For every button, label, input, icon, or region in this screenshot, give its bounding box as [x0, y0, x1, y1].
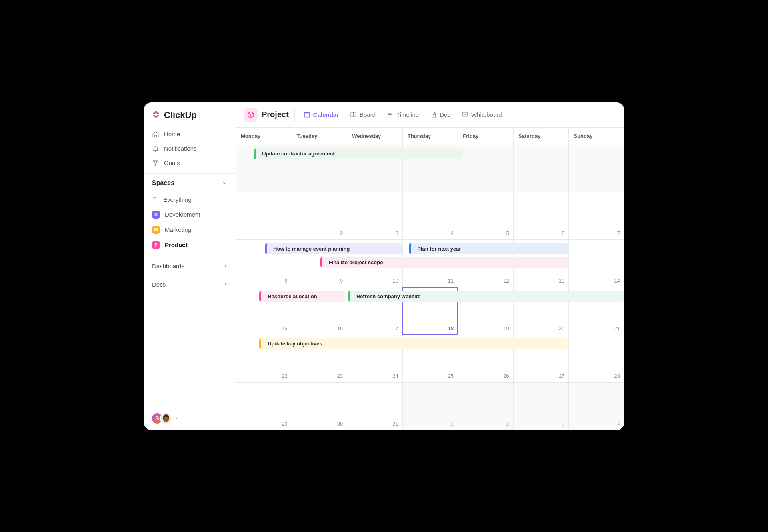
calendar-event[interactable]: Finalize project scope: [320, 257, 569, 268]
calendar-event[interactable]: Update contractor agreement: [254, 148, 463, 159]
calendar-cell[interactable]: 14: [568, 240, 624, 287]
tab-label: Timeline: [396, 111, 419, 118]
space-product[interactable]: P Product: [148, 237, 232, 253]
calendar-cell[interactable]: 29: [236, 383, 292, 430]
calendar-date: 5: [506, 230, 509, 236]
calendar-event[interactable]: How to manage event planning: [265, 243, 402, 254]
space-label: Development: [165, 211, 200, 218]
home-icon: [152, 131, 159, 138]
calendar-date: 19: [503, 325, 509, 331]
tab-whiteboard[interactable]: Whiteboard: [457, 109, 507, 120]
calendar-date: 8: [284, 278, 287, 284]
event-color-bar: [320, 257, 322, 268]
calendar-date: 11: [448, 278, 454, 284]
brand-logo[interactable]: ClickUp: [144, 102, 236, 126]
event-color-bar: [259, 338, 261, 349]
project-label: Project: [262, 110, 289, 119]
calendar-cell[interactable]: 6: [513, 192, 569, 239]
space-label: Product: [165, 241, 188, 248]
tab-board[interactable]: Board: [345, 109, 380, 120]
space-badge-m: M: [152, 226, 160, 234]
users-dropdown[interactable]: [174, 415, 178, 422]
event-label: Plan for next year: [417, 246, 461, 252]
calendar-icon: [304, 111, 310, 118]
section-label: Dashboards: [152, 263, 184, 269]
event-label: Resource allocation: [268, 293, 317, 299]
calendar-cell[interactable]: 2: [292, 192, 347, 239]
calendar-cell[interactable]: 30: [292, 383, 347, 430]
avatar-user-2[interactable]: 👨🏾: [160, 412, 172, 424]
calendar-cell[interactable]: 4: [568, 383, 624, 430]
nav-home[interactable]: Home: [148, 127, 232, 141]
calendar-date: 1: [451, 421, 454, 427]
calendar-date: 2: [340, 230, 343, 236]
brand-name: ClickUp: [164, 110, 197, 120]
nav-goals[interactable]: Goals: [148, 156, 232, 170]
main-area: Project Calendar Board Timeline Doc Whit…: [236, 102, 624, 430]
calendar-body: Update contractor agreement1234567891011…: [236, 145, 624, 430]
svg-point-2: [153, 198, 154, 199]
calendar-event[interactable]: Resource allocation: [259, 291, 345, 302]
event-label: Finalize project scope: [329, 259, 383, 265]
tab-timeline[interactable]: Timeline: [382, 109, 424, 120]
sidebar: ClickUp Home Notifications Goals Spaces: [144, 102, 236, 430]
calendar-event[interactable]: Update key objectives: [259, 338, 568, 349]
calendar-cell[interactable]: 5: [458, 192, 513, 239]
calendar-date: 6: [562, 230, 564, 236]
calendar-cell[interactable]: 1: [236, 192, 292, 239]
calendar-week: 22232425262728Update key objectives: [236, 335, 624, 383]
calendar-date: 23: [337, 373, 343, 379]
section-docs[interactable]: Docs: [144, 275, 236, 293]
event-label: Update contractor agreement: [262, 151, 334, 157]
calendar-cell[interactable]: 7: [568, 192, 624, 239]
calendar-cell[interactable]: [568, 145, 624, 192]
calendar-event[interactable]: Plan for next year: [409, 243, 568, 254]
project-chip[interactable]: Project: [244, 108, 295, 122]
calendar-week: 1234567: [236, 192, 624, 240]
calendar-date: 14: [614, 278, 620, 284]
calendar-cell[interactable]: 3: [347, 192, 402, 239]
weekday-label: Sunday: [568, 128, 624, 145]
nav-notifications[interactable]: Notifications: [148, 141, 232, 156]
calendar-date: 20: [559, 325, 564, 331]
calendar-week: 891011121314How to manage event planning…: [236, 240, 624, 287]
svg-rect-4: [304, 113, 310, 117]
event-color-bar: [348, 291, 350, 302]
sidebar-footer: S 👨🏾: [144, 407, 236, 430]
calendar-cell[interactable]: 1: [402, 383, 458, 430]
event-color-bar: [259, 291, 261, 302]
board-icon: [350, 111, 357, 118]
space-everything[interactable]: Everything: [148, 192, 232, 207]
tab-label: Calendar: [313, 111, 339, 118]
space-development[interactable]: D Development: [148, 207, 232, 222]
trophy-icon: [152, 159, 159, 167]
spaces-header[interactable]: Spaces: [144, 173, 236, 192]
calendar-cell[interactable]: [458, 145, 513, 192]
calendar-cell[interactable]: 31: [347, 383, 402, 430]
calendar-date: 9: [340, 278, 343, 284]
calendar-head: Monday Tuesday Wednesday Thursday Friday…: [236, 128, 624, 145]
tab-doc[interactable]: Doc: [425, 109, 455, 120]
calendar-cell[interactable]: 28: [568, 335, 624, 382]
space-label: Marketing: [165, 226, 191, 233]
calendar-event[interactable]: Refresh company website: [348, 291, 624, 302]
calendar-cell[interactable]: [513, 145, 569, 192]
calendar-date: 25: [448, 373, 454, 379]
calendar-date: 10: [392, 278, 398, 284]
tab-calendar[interactable]: Calendar: [299, 109, 344, 120]
nav-label: Goals: [164, 159, 180, 166]
weekday-label: Monday: [236, 128, 292, 145]
calendar-date: 28: [614, 373, 620, 379]
calendar-cell[interactable]: 2: [458, 383, 513, 430]
section-dashboards[interactable]: Dashboards: [144, 257, 236, 275]
calendar-cell[interactable]: 4: [402, 192, 458, 239]
calendar-cell[interactable]: 3: [513, 383, 569, 430]
event-label: Update key objectives: [268, 341, 322, 347]
calendar-date: 24: [392, 373, 398, 379]
calendar-week: 15161718192021Resource allocationRefresh…: [236, 287, 624, 335]
calendar-date: 3: [562, 421, 564, 427]
event-color-bar: [254, 148, 256, 159]
space-marketing[interactable]: M Marketing: [148, 222, 232, 237]
svg-point-0: [153, 197, 154, 198]
calendar-date: 17: [392, 325, 398, 331]
